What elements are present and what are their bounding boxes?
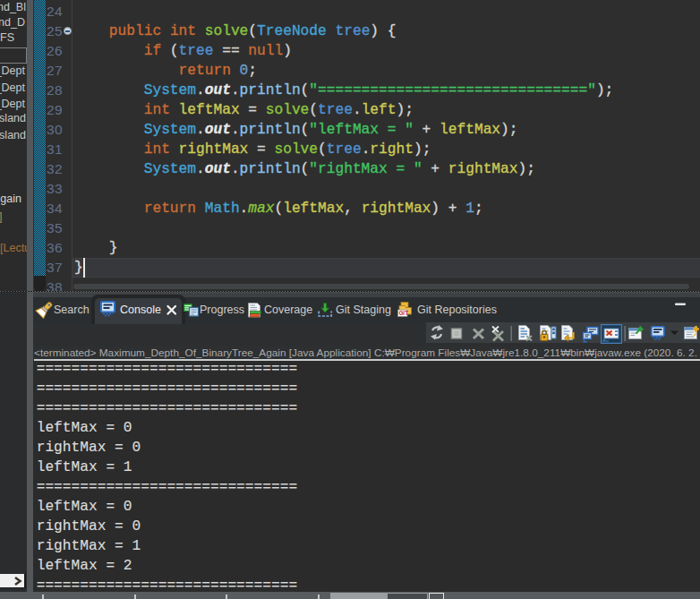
svg-text:GIT: GIT (398, 310, 408, 316)
